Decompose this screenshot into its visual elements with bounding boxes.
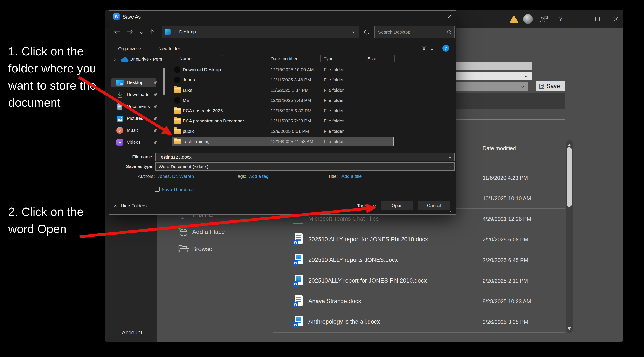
column-type[interactable]: Type — [324, 56, 334, 61]
refresh-icon[interactable] — [364, 29, 370, 36]
resize-grip[interactable] — [452, 212, 452, 212]
forward-icon[interactable] — [127, 29, 133, 36]
open-button[interactable]: Open — [381, 200, 413, 210]
chevron-up-icon[interactable] — [114, 205, 117, 208]
file-row-name[interactable]: public — [183, 129, 194, 134]
sidebar-item-onedrive[interactable]: OneDrive - Pers — [130, 56, 162, 62]
nav-account[interactable]: Account — [122, 329, 142, 336]
share-feedback-icon[interactable] — [540, 15, 548, 24]
save-as-type-label: Save as type: — [109, 164, 154, 169]
chevron-down-icon[interactable] — [352, 30, 355, 33]
annotation-step1: 1. Click on the folder where you want to… — [8, 43, 110, 111]
authors-value[interactable]: Jones, Dr. Warren — [158, 174, 194, 179]
bg-row-name[interactable]: 202510 ALLY reports JONES.docx — [308, 256, 398, 263]
save-thumbnail-checkbox[interactable] — [155, 187, 160, 192]
chevron-down-icon[interactable] — [448, 165, 452, 168]
sidebar-item-desktop[interactable]: Desktop — [127, 80, 144, 85]
avatar[interactable] — [523, 14, 533, 24]
chevron-down-icon[interactable] — [373, 204, 376, 207]
file-row-name[interactable]: ME — [183, 98, 190, 103]
word-file-icon: W — [292, 275, 302, 287]
sidebar-item-downloads[interactable]: Downloads — [127, 92, 149, 97]
authors-label: Authors: — [138, 174, 155, 179]
close-button[interactable] — [612, 16, 619, 23]
dialog-close-button[interactable] — [444, 12, 454, 22]
chevron-right-icon — [173, 30, 176, 33]
view-list-icon[interactable] — [421, 46, 428, 53]
sidebar-item-pictures[interactable]: Pictures — [127, 116, 143, 121]
file-row-name[interactable]: PCA presentrations December — [183, 118, 244, 124]
save-floppy-icon — [539, 83, 545, 90]
documents-icon — [117, 103, 123, 112]
bg-row-name[interactable]: Anaya Strange.docx — [308, 298, 361, 305]
chevron-down-icon[interactable] — [448, 156, 452, 158]
address-bar[interactable]: Desktop — [162, 26, 360, 38]
bg-row-name[interactable]: 202510ALLY report for JONES Phi 2010.doc… — [308, 278, 427, 284]
file-row-date: 12/15/2025 6:33 PM — [270, 108, 312, 113]
bg-row-name[interactable]: Microsoft Teams Chat Files — [308, 216, 379, 222]
music-icon: ♪ — [116, 127, 123, 134]
cancel-button[interactable]: Cancel — [418, 200, 450, 210]
search-placeholder: Search Desktop — [378, 30, 410, 34]
tags-add-link[interactable]: Add a tag — [249, 174, 268, 179]
place-browse[interactable]: Browse — [192, 246, 212, 252]
bg-date-modified-header[interactable]: Date modified — [482, 145, 516, 152]
warning-icon[interactable] — [510, 15, 518, 24]
bg-row-name[interactable]: Anthropology is the all.docx — [308, 318, 380, 325]
divider — [109, 54, 456, 54]
folder-icon — [174, 108, 181, 114]
help-button[interactable]: ? — [442, 45, 449, 52]
breadcrumb-location[interactable]: Desktop — [179, 29, 196, 34]
scroll-up-icon[interactable] — [568, 143, 571, 147]
redacted-folder-icon — [174, 66, 180, 73]
scroll-down-icon[interactable] — [568, 327, 571, 330]
expand-icon[interactable] — [114, 58, 116, 61]
bg-row-date: 11/6/2020 4:23 PM — [482, 175, 528, 181]
recent-locations-icon[interactable] — [140, 30, 143, 34]
search-box[interactable]: Search Desktop — [374, 26, 455, 38]
file-row-name[interactable]: PCA abstracts 2026 — [183, 108, 223, 113]
column-size[interactable]: Size — [368, 56, 376, 61]
word-file-icon: W — [292, 254, 302, 266]
place-add-a-place[interactable]: Add a Place — [192, 228, 225, 236]
up-icon[interactable] — [149, 29, 155, 36]
hide-folders-button[interactable]: Hide Folders — [121, 203, 146, 208]
file-row-type: File folder — [324, 88, 344, 93]
column-name[interactable]: Name — [180, 56, 192, 61]
folder-icon — [174, 139, 181, 144]
minimize-button[interactable] — [576, 16, 582, 23]
file-name-input[interactable]: Testing123.docx — [155, 153, 455, 161]
save-thumbnail-label[interactable]: Save Thumbnail — [162, 187, 194, 192]
desktop: ? Account Options This PC Add a Place Br… — [0, 0, 644, 357]
word-file-icon: W — [292, 316, 302, 328]
file-row-name-tech-training[interactable]: Tech Training — [183, 139, 210, 144]
divider — [109, 196, 456, 196]
bg-row-name[interactable]: 202510 ALLY report for JONES Phi 2010.do… — [308, 236, 428, 243]
save-button[interactable]: Save — [536, 81, 566, 91]
sidebar-item-documents[interactable]: Documents — [127, 104, 150, 109]
title-add-link[interactable]: Add a title — [342, 174, 362, 179]
column-date-modified[interactable]: Date modified — [270, 56, 299, 61]
scrollbar-thumb[interactable] — [567, 147, 572, 207]
sidebar-item-videos[interactable]: Videos — [127, 140, 141, 145]
sidebar-item-music[interactable]: Music — [127, 128, 139, 133]
file-row-name[interactable]: Download Desktop — [183, 67, 221, 72]
folder-icon — [174, 128, 181, 134]
chevron-down-icon[interactable] — [431, 48, 434, 50]
bg-row-date: 2/20/2025 6:08 PM — [482, 236, 528, 243]
back-icon[interactable] — [114, 29, 120, 36]
sidebar-scrollbar[interactable] — [164, 68, 165, 95]
new-folder-button[interactable]: New folder — [158, 46, 180, 51]
divider — [273, 250, 565, 250]
save-as-dialog: W Save As Desktop Search Desktop — [109, 10, 456, 215]
save-as-type-select[interactable]: Word Document (*.docx) — [155, 162, 455, 171]
file-row-name[interactable]: Luke — [183, 88, 192, 93]
maximize-button[interactable] — [594, 16, 600, 23]
file-row-date: 12/16/2025 11:58 AM — [270, 139, 313, 144]
help-icon[interactable]: ? — [559, 16, 562, 22]
tools-menu[interactable]: Tools — [357, 203, 368, 208]
organize-menu[interactable]: Organize — [118, 46, 136, 51]
add-place-icon — [178, 226, 189, 239]
file-row-type: File folder — [324, 98, 344, 103]
file-row-name[interactable]: Jones — [183, 77, 195, 82]
